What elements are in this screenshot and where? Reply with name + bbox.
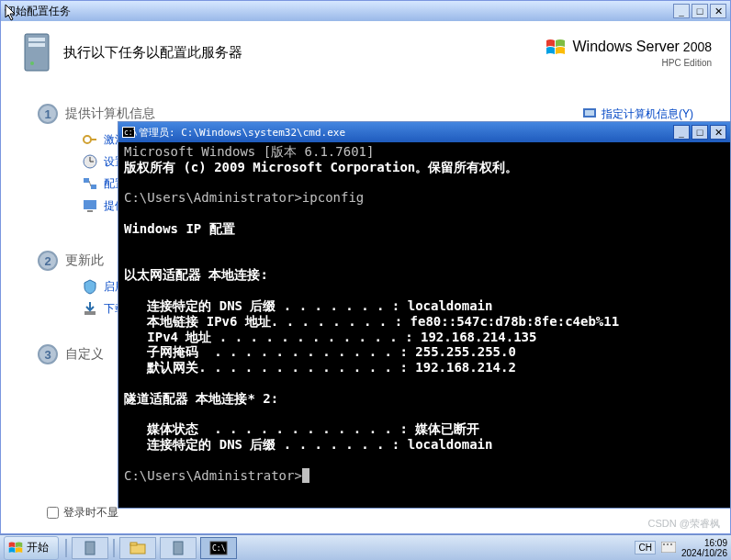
taskbar-item-explorer[interactable] [119,537,156,559]
watermark: CSDN @荣睿枫 [648,517,720,531]
svg-rect-25 [667,543,669,545]
start-button[interactable]: 开始 [4,536,59,560]
shield-icon [82,278,98,295]
taskbar-item-cmd[interactable]: C:\ [200,537,237,559]
close-button[interactable]: ✕ [710,4,726,18]
cmd-close-button[interactable]: ✕ [710,125,726,140]
svg-rect-20 [174,542,183,554]
link-specify-computer-info[interactable]: 指定计算机信息(Y) [581,106,693,122]
windows-logo-icon [8,541,23,555]
svg-rect-1 [28,38,45,41]
config-header: 执行以下任务以配置此服务器 Windows Server 2008 HPC Ed… [1,21,730,84]
taskbar: 开始 C:\ CH 16:09 2024/10/26 [0,534,731,560]
svg-rect-23 [661,542,676,553]
svg-rect-19 [130,543,137,545]
cmd-icon: c:\ [122,127,135,138]
svg-text:C:\: C:\ [212,544,226,553]
svg-rect-2 [28,43,45,47]
cmd-maximize-button[interactable]: □ [692,125,708,140]
cmd-cursor [302,468,309,483]
cmd-title: 管理员: C:\Windows\system32\cmd.exe [139,126,345,140]
svg-rect-17 [85,542,95,554]
svg-rect-5 [585,110,594,116]
tray-clock[interactable]: 16:09 2024/10/26 [681,538,727,558]
section-number-icon: 3 [38,344,58,364]
svg-rect-12 [91,185,96,189]
clock-icon [82,153,98,170]
key-icon [82,131,98,148]
section-title: 提供计算机信息 [65,106,155,122]
section-title: 更新此 [65,252,104,269]
minimize-button[interactable]: _ [673,4,690,18]
start-label: 开始 [27,540,49,555]
dont-show-input[interactable] [47,507,59,519]
svg-rect-15 [87,210,93,212]
config-titlebar[interactable]: 切始配置任务 _ □ ✕ [1,1,730,21]
cmd-minimize-button[interactable]: _ [673,125,690,140]
cmd-titlebar[interactable]: c:\ 管理员: C:\Windows\system32\cmd.exe _ □… [118,122,730,142]
svg-point-3 [30,62,34,65]
svg-rect-24 [663,543,665,545]
cmd-window[interactable]: c:\ 管理员: C:\Windows\system32\cmd.exe _ □… [118,121,731,509]
server-icon [19,30,54,74]
section-title: 自定义 [65,346,104,363]
quick-launch-server[interactable] [72,537,108,559]
svg-rect-16 [84,311,96,315]
language-indicator[interactable]: CH [635,541,655,554]
download-icon [82,300,98,317]
cmd-output[interactable]: Microsoft Windows [版本 6.1.7601] 版权所有 (c)… [118,142,730,486]
svg-rect-14 [84,200,96,209]
svg-rect-7 [90,139,96,140]
computer-icon [82,197,98,214]
info-icon [581,106,598,122]
windows-server-logo: Windows Server 2008 HPC Edition [545,38,712,68]
system-tray: CH 16:09 2024/10/26 [635,538,731,558]
config-header-text: 执行以下任务以配置此服务器 [63,44,545,62]
taskbar-item-config[interactable] [160,537,197,559]
dont-show-checkbox[interactable]: 登录时不显 [47,505,118,521]
svg-line-13 [89,181,91,186]
maximize-button[interactable]: □ [692,4,708,18]
config-title: 切始配置任务 [5,4,71,19]
section-number-icon: 2 [38,251,58,271]
svg-point-6 [84,136,91,143]
network-icon [82,175,98,192]
tray-keyboard-icon[interactable] [661,542,676,554]
svg-rect-26 [670,543,672,545]
svg-rect-11 [84,178,89,183]
section-number-icon: 1 [38,104,58,124]
